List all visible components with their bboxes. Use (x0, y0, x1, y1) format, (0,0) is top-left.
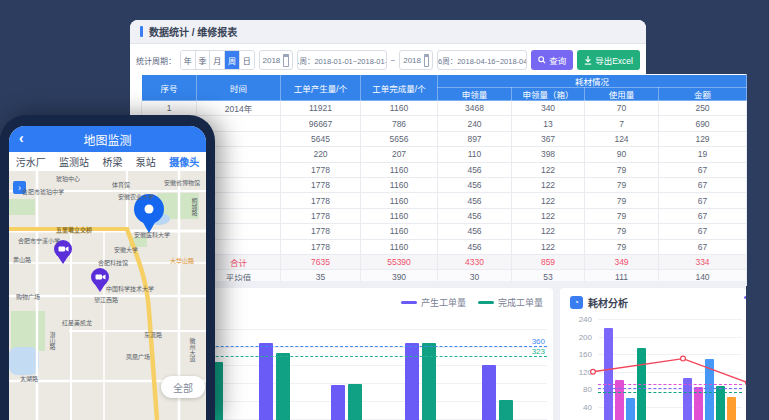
start-year-picker[interactable]: 2018 (259, 50, 293, 70)
group-header: 耗材情况 (438, 75, 747, 88)
phone-tab-bar: 污水厂监测站桥梁泵站摄像头 (9, 152, 206, 172)
table-cell: 79 (585, 239, 659, 254)
map-label: 望江西路 (94, 295, 118, 304)
table-cell: 1778 (281, 224, 361, 239)
table-header-row: 序号时间工单产生量/个工单完成量/个耗材情况 (142, 75, 747, 88)
bar-produced (405, 343, 419, 420)
period-option-年[interactable]: 年 (181, 51, 196, 69)
sub-column-header: 使用量 (585, 88, 659, 101)
table-cell: 1778 (281, 239, 361, 254)
table-cell: 13 (512, 116, 585, 131)
table-cell: 456 (438, 177, 512, 192)
table-cell: 67 (659, 239, 747, 254)
table-row[interactable]: 296667786240137690 (142, 116, 747, 131)
phone-tab-监测站[interactable]: 监测站 (59, 154, 89, 169)
phone-tab-污水厂[interactable]: 污水厂 (16, 154, 46, 169)
back-icon[interactable]: ‹ (19, 130, 24, 146)
map-label: 桐城路 (190, 198, 199, 216)
sub-column-header: 申领量（箱） (512, 88, 585, 101)
bar-produced (331, 385, 345, 420)
table-row[interactable]: 9177811604561227967 (142, 224, 747, 239)
table-cell: 79 (585, 224, 659, 239)
table-cell: 67 (659, 162, 747, 177)
map-label: 合肥科技馆 (98, 258, 128, 267)
start-week-picker[interactable]: 第1周：2018-01-01~2018-01-07 (297, 50, 387, 70)
table-cell: 70 (585, 101, 659, 116)
chart-legend: 产生工单量完成工单量 (401, 296, 543, 309)
table-row[interactable]: 5177811604561227967 (142, 162, 747, 177)
phone-title: 地图监测 (83, 131, 131, 148)
period-option-季[interactable]: 季 (196, 51, 211, 69)
table-cell: 1778 (281, 193, 361, 208)
table-row[interactable]: 8177811604561227967 (142, 208, 747, 223)
table-cell: 1778 (281, 208, 361, 223)
table-cell: 5645 (281, 131, 361, 146)
map-label: 合肥市琥珀中学 (22, 187, 64, 196)
table-cell: 67 (659, 177, 747, 192)
table-cell: 11921 (281, 101, 361, 116)
table-cell: 456 (438, 193, 512, 208)
end-year-picker[interactable]: 2018 (399, 50, 433, 70)
map-view[interactable]: › 全部 琥珀中心合肥市琥珀中学体育馆安徽农业大学安徽省博物馆桐城路五里墩立交桥… (9, 171, 206, 420)
total-value-cell: 7635 (281, 254, 361, 269)
phone-tab-摄像头[interactable]: 摄像头 (169, 154, 199, 169)
legend-line-icon (401, 301, 417, 304)
start-year-value: 2018 (263, 56, 281, 65)
table-cell: 124 (585, 131, 659, 146)
query-button[interactable]: 查询 (531, 50, 573, 70)
range-separator: ~ (391, 56, 396, 65)
table-cell: 1160 (361, 101, 438, 116)
table-cell: 220 (281, 147, 361, 162)
legend-item-产生工单量: 产生工单量 (401, 296, 466, 309)
table-row[interactable]: 7177811604561227967 (142, 193, 747, 208)
map-label: 黄山路 (13, 255, 31, 264)
phone-screen: ‹ 地图监测 污水厂监测站桥梁泵站摄像头 (9, 126, 206, 420)
breadcrumb-text: 数据统计 / 维修报表 (149, 24, 237, 39)
map-label: 合肥市宁溪小学 (18, 236, 60, 245)
table-row[interactable]: 12014年119211160346834070250 (142, 101, 747, 116)
sub-column-header: 金额 (659, 88, 747, 101)
legend-label: 产生工单量 (421, 296, 466, 309)
consumables-chart-card: ◔ 耗材分析 2402001601208040 (560, 288, 746, 420)
table-cell: 456 (438, 224, 512, 239)
table-cell: 250 (659, 101, 747, 116)
export-excel-button[interactable]: 导出Excel (577, 50, 640, 70)
report-table: 序号时间工单产生量/个工单完成量/个耗材情况申领量申领量（箱）使用量金额1201… (141, 74, 747, 286)
phone-tab-泵站[interactable]: 泵站 (136, 154, 156, 169)
all-filter-button[interactable]: 全部 (161, 376, 205, 398)
table-cell: 67 (659, 193, 747, 208)
table-cell: 122 (512, 239, 585, 254)
table-row[interactable]: 6177811604561227967 (142, 177, 747, 192)
period-option-日[interactable]: 日 (240, 51, 254, 69)
table-cell: 367 (512, 131, 585, 146)
table-row[interactable]: 42202071103989019 (142, 147, 747, 162)
table-cell: 786 (361, 116, 438, 131)
total-value-cell: 55390 (361, 254, 438, 269)
table-row[interactable]: 356455656897367124129 (142, 131, 747, 146)
reference-line-label: 323 (532, 347, 545, 356)
column-header: 时间 (197, 75, 281, 101)
total-value-cell: 4330 (438, 254, 512, 269)
legend-label: 完成工单量 (498, 296, 543, 309)
end-week-value: 第16周：2018-04-16~2018-04-22 (437, 55, 527, 66)
table-cell: 207 (361, 147, 438, 162)
table-cell: 1160 (361, 239, 438, 254)
bar-completed (422, 343, 436, 420)
phone-tab-桥梁[interactable]: 桥梁 (102, 154, 122, 169)
table-cell: 122 (512, 208, 585, 223)
map-label: 凤凰广场 (126, 352, 150, 361)
end-week-picker[interactable]: 第16周：2018-04-16~2018-04-22 (437, 50, 527, 70)
table-cell: 67 (659, 224, 747, 239)
table-cell: 122 (512, 162, 585, 177)
map-label: 红星美凯龙 (62, 318, 92, 327)
period-option-周[interactable]: 周 (225, 51, 240, 69)
map-label: 安徽大学 (114, 245, 138, 254)
search-icon (538, 56, 546, 64)
table-cell: 398 (512, 147, 585, 162)
table-cell: 2014年 (197, 101, 281, 116)
table-row[interactable]: 10177811604561227967 (142, 239, 747, 254)
period-option-月[interactable]: 月 (210, 51, 225, 69)
total-row: 合计7635553904330859349334 (142, 254, 747, 269)
table-cell: 340 (512, 101, 585, 116)
map-label: 安徽医科大学 (134, 230, 170, 239)
